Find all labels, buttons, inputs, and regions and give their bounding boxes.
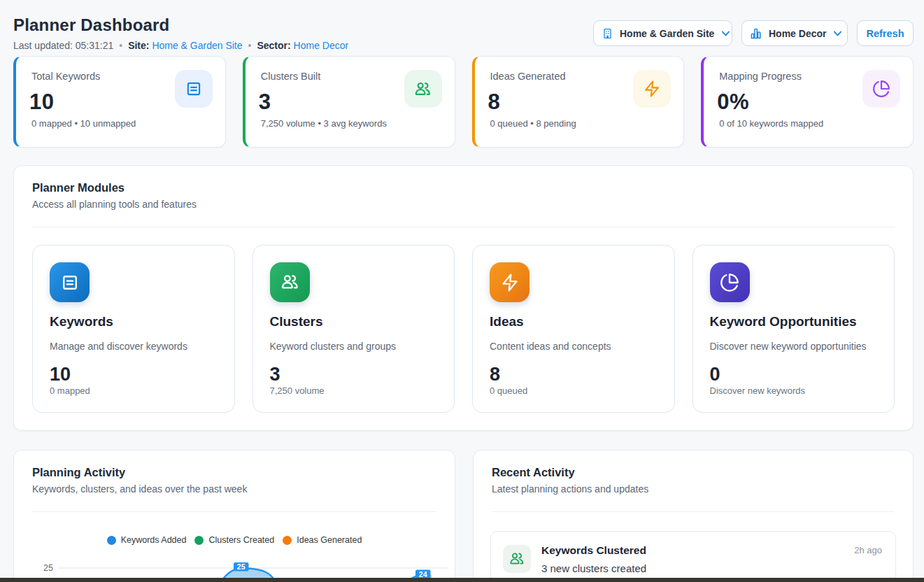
svg-text:24: 24 [419, 570, 427, 579]
svg-text:25: 25 [237, 562, 246, 571]
svg-text:25: 25 [43, 563, 53, 573]
